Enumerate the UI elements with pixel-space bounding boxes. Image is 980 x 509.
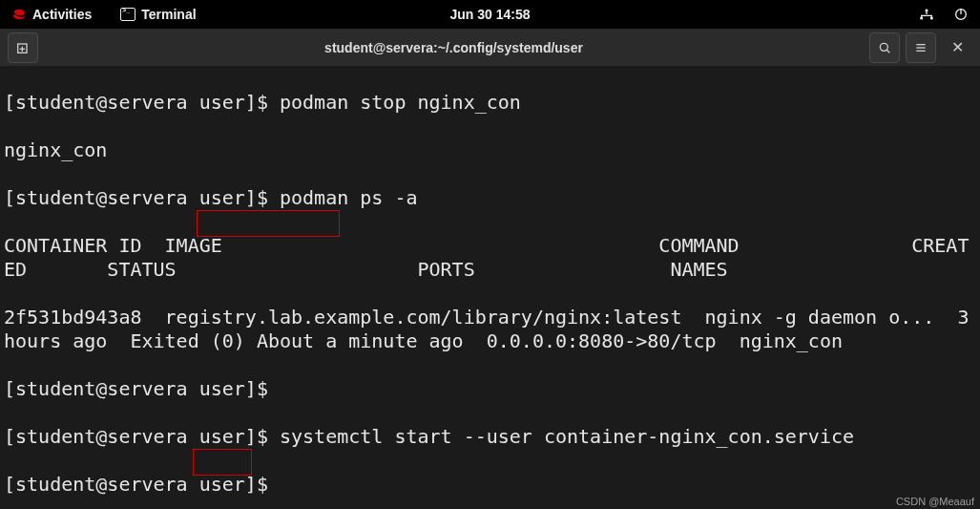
svg-rect-2 — [930, 17, 933, 20]
command-text: podman ps -a — [280, 186, 418, 209]
activities-button[interactable]: Activities — [11, 7, 92, 22]
highlight-up — [193, 449, 252, 476]
prompt-text: [student@servera user]$ — [4, 91, 280, 114]
highlight-exited — [197, 210, 340, 237]
activities-label: Activities — [32, 7, 92, 22]
output-text: 2f531bd943a8 registry.lab.example.com/li… — [4, 306, 976, 353]
svg-rect-1 — [920, 17, 923, 20]
terminal-icon — [120, 8, 136, 21]
clock[interactable]: Jun 30 14:58 — [449, 7, 530, 22]
command-text: podman stop nginx_con — [280, 91, 521, 114]
watermark-text: CSDN @Meaauf — [896, 496, 974, 507]
output-text: nginx_con — [4, 138, 976, 162]
new-tab-button[interactable] — [8, 32, 38, 63]
search-button[interactable] — [869, 32, 900, 63]
network-icon[interactable] — [919, 7, 934, 22]
close-button[interactable]: ✕ — [942, 32, 972, 63]
prompt-text: [student@servera user]$ — [4, 186, 280, 209]
command-text: systemctl start --user container-nginx_c… — [280, 425, 854, 448]
output-text: CONTAINER ID IMAGE COMMAND CREATED STATU… — [4, 234, 976, 282]
app-menu-terminal[interactable]: Terminal — [120, 7, 196, 22]
gnome-top-bar: Activities Terminal Jun 30 14:58 — [0, 0, 980, 29]
window-title: student@servera:~/.config/systemd/user — [44, 40, 864, 55]
prompt-text: [student@servera user]$ — [4, 425, 280, 448]
menu-button[interactable] — [906, 32, 936, 63]
prompt-text: [student@servera user]$ — [4, 473, 280, 496]
app-menu-label: Terminal — [141, 7, 196, 22]
terminal-output[interactable]: [student@servera user]$ podman stop ngin… — [0, 67, 980, 509]
redhat-icon — [11, 7, 27, 22]
svg-rect-0 — [926, 10, 928, 12]
prompt-text: [student@servera user]$ — [4, 377, 280, 400]
power-icon[interactable] — [953, 7, 969, 22]
svg-line-9 — [886, 50, 889, 53]
window-titlebar: student@servera:~/.config/systemd/user ✕ — [0, 29, 980, 67]
